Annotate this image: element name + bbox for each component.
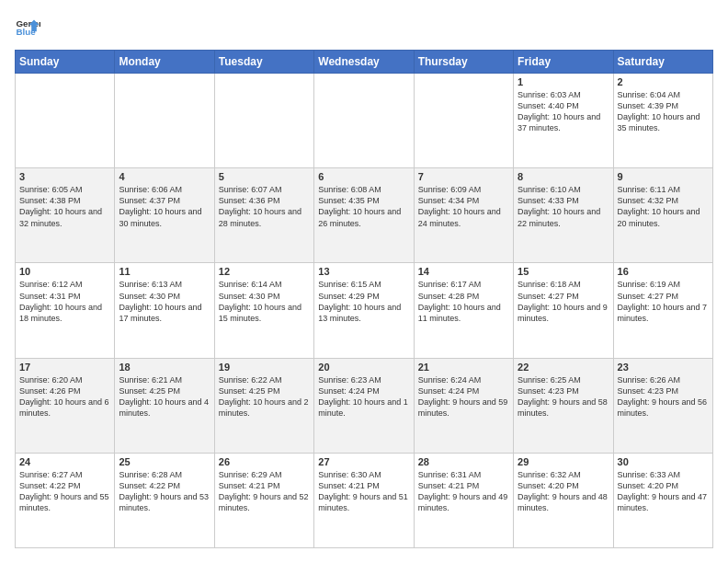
calendar-cell: 24 Sunrise: 6:27 AMSunset: 4:22 PMDaylig… [16,453,115,547]
calendar-cell: 27 Sunrise: 6:30 AMSunset: 4:21 PMDaylig… [314,453,414,547]
calendar-cell: 16 Sunrise: 6:19 AMSunset: 4:27 PMDaylig… [613,263,712,358]
day-info: Sunrise: 6:18 AMSunset: 4:27 PMDaylight:… [518,280,608,322]
calendar-cell: 2 Sunrise: 6:04 AMSunset: 4:39 PMDayligh… [613,74,712,168]
logo-icon: General Blue [15,15,40,40]
day-info: Sunrise: 6:20 AMSunset: 4:26 PMDaylight:… [19,375,109,418]
day-info: Sunrise: 6:07 AMSunset: 4:36 PMDaylight:… [219,185,301,227]
day-info: Sunrise: 6:19 AMSunset: 4:27 PMDaylight:… [618,280,708,322]
day-number: 14 [418,266,509,277]
day-info: Sunrise: 6:17 AMSunset: 4:28 PMDaylight:… [418,280,501,322]
calendar-cell [115,74,214,168]
day-info: Sunrise: 6:28 AMSunset: 4:22 PMDaylight:… [119,470,209,512]
day-info: Sunrise: 6:03 AMSunset: 4:40 PMDaylight:… [518,90,600,132]
calendar-week-row: 17 Sunrise: 6:20 AMSunset: 4:26 PMDaylig… [16,358,713,453]
day-number: 13 [318,266,409,277]
calendar-cell: 26 Sunrise: 6:29 AMSunset: 4:21 PMDaylig… [214,453,313,547]
calendar-day-header: Tuesday [214,51,313,74]
calendar-cell: 4 Sunrise: 6:06 AMSunset: 4:37 PMDayligh… [115,168,214,263]
calendar-week-row: 3 Sunrise: 6:05 AMSunset: 4:38 PMDayligh… [16,168,713,263]
calendar-cell: 1 Sunrise: 6:03 AMSunset: 4:40 PMDayligh… [514,74,613,168]
day-number: 21 [418,362,509,373]
calendar-cell [314,74,414,168]
day-number: 10 [19,266,110,277]
day-info: Sunrise: 6:08 AMSunset: 4:35 PMDaylight:… [318,185,401,227]
day-info: Sunrise: 6:30 AMSunset: 4:21 PMDaylight:… [318,470,408,512]
day-info: Sunrise: 6:11 AMSunset: 4:32 PMDaylight:… [618,185,700,227]
day-number: 5 [219,171,310,182]
day-number: 12 [219,266,310,277]
day-info: Sunrise: 6:32 AMSunset: 4:20 PMDaylight:… [518,470,608,512]
calendar-day-header: Wednesday [314,51,414,74]
calendar-cell: 3 Sunrise: 6:05 AMSunset: 4:38 PMDayligh… [16,168,115,263]
day-number: 8 [518,171,609,182]
day-number: 11 [119,266,210,277]
day-number: 29 [518,456,609,467]
day-info: Sunrise: 6:04 AMSunset: 4:39 PMDaylight:… [618,90,700,132]
calendar-cell [414,74,513,168]
day-number: 25 [119,456,210,467]
calendar-cell: 11 Sunrise: 6:13 AMSunset: 4:30 PMDaylig… [115,263,214,358]
day-info: Sunrise: 6:24 AMSunset: 4:24 PMDaylight:… [418,375,508,418]
calendar-cell: 21 Sunrise: 6:24 AMSunset: 4:24 PMDaylig… [414,358,513,453]
calendar-cell: 23 Sunrise: 6:26 AMSunset: 4:23 PMDaylig… [613,358,712,453]
day-info: Sunrise: 6:05 AMSunset: 4:38 PMDaylight:… [19,185,102,227]
calendar-cell: 17 Sunrise: 6:20 AMSunset: 4:26 PMDaylig… [16,358,115,453]
day-info: Sunrise: 6:14 AMSunset: 4:30 PMDaylight:… [219,280,301,322]
header: General Blue [15,15,713,40]
day-number: 16 [618,266,709,277]
calendar-cell: 8 Sunrise: 6:10 AMSunset: 4:33 PMDayligh… [514,168,613,263]
calendar-cell: 20 Sunrise: 6:23 AMSunset: 4:24 PMDaylig… [314,358,414,453]
day-number: 24 [19,456,110,467]
day-info: Sunrise: 6:22 AMSunset: 4:25 PMDaylight:… [219,375,309,418]
calendar-day-header: Monday [115,51,214,74]
calendar-cell: 9 Sunrise: 6:11 AMSunset: 4:32 PMDayligh… [613,168,712,263]
calendar-cell: 22 Sunrise: 6:25 AMSunset: 4:23 PMDaylig… [514,358,613,453]
day-number: 27 [318,456,409,467]
day-info: Sunrise: 6:09 AMSunset: 4:34 PMDaylight:… [418,185,501,227]
calendar-day-header: Saturday [613,51,712,74]
day-info: Sunrise: 6:21 AMSunset: 4:25 PMDaylight:… [119,375,209,418]
calendar-cell: 29 Sunrise: 6:32 AMSunset: 4:20 PMDaylig… [514,453,613,547]
day-number: 15 [518,266,609,277]
day-info: Sunrise: 6:10 AMSunset: 4:33 PMDaylight:… [518,185,600,227]
day-number: 28 [418,456,509,467]
calendar-cell: 28 Sunrise: 6:31 AMSunset: 4:21 PMDaylig… [414,453,513,547]
calendar-cell: 15 Sunrise: 6:18 AMSunset: 4:27 PMDaylig… [514,263,613,358]
calendar-cell: 5 Sunrise: 6:07 AMSunset: 4:36 PMDayligh… [214,168,313,263]
calendar-cell: 12 Sunrise: 6:14 AMSunset: 4:30 PMDaylig… [214,263,313,358]
day-number: 30 [618,456,709,467]
page: General Blue SundayMondayTuesdayWednesda… [0,0,728,563]
calendar-cell: 18 Sunrise: 6:21 AMSunset: 4:25 PMDaylig… [115,358,214,453]
day-info: Sunrise: 6:12 AMSunset: 4:31 PMDaylight:… [19,280,102,322]
calendar-cell: 19 Sunrise: 6:22 AMSunset: 4:25 PMDaylig… [214,358,313,453]
calendar-cell [214,74,313,168]
calendar-header-row: SundayMondayTuesdayWednesdayThursdayFrid… [16,51,713,74]
day-number: 18 [119,362,210,373]
calendar-cell: 30 Sunrise: 6:33 AMSunset: 4:20 PMDaylig… [613,453,712,547]
day-info: Sunrise: 6:27 AMSunset: 4:22 PMDaylight:… [19,470,109,512]
day-info: Sunrise: 6:25 AMSunset: 4:23 PMDaylight:… [518,375,608,418]
day-info: Sunrise: 6:15 AMSunset: 4:29 PMDaylight:… [318,280,401,322]
calendar-cell [16,74,115,168]
day-number: 17 [19,362,110,373]
day-number: 19 [219,362,310,373]
calendar-cell: 6 Sunrise: 6:08 AMSunset: 4:35 PMDayligh… [314,168,414,263]
day-info: Sunrise: 6:33 AMSunset: 4:20 PMDaylight:… [618,470,708,512]
calendar-cell: 7 Sunrise: 6:09 AMSunset: 4:34 PMDayligh… [414,168,513,263]
day-number: 23 [618,362,709,373]
day-number: 3 [19,171,110,182]
day-number: 26 [219,456,310,467]
day-number: 22 [518,362,609,373]
calendar-week-row: 1 Sunrise: 6:03 AMSunset: 4:40 PMDayligh… [16,74,713,168]
calendar-day-header: Sunday [16,51,115,74]
day-number: 9 [618,171,709,182]
day-info: Sunrise: 6:26 AMSunset: 4:23 PMDaylight:… [618,375,708,418]
calendar-day-header: Thursday [414,51,513,74]
day-number: 6 [318,171,409,182]
day-info: Sunrise: 6:06 AMSunset: 4:37 PMDaylight:… [119,185,201,227]
day-info: Sunrise: 6:23 AMSunset: 4:24 PMDaylight:… [318,375,408,418]
day-number: 7 [418,171,509,182]
calendar-week-row: 10 Sunrise: 6:12 AMSunset: 4:31 PMDaylig… [16,263,713,358]
calendar-week-row: 24 Sunrise: 6:27 AMSunset: 4:22 PMDaylig… [16,453,713,547]
day-info: Sunrise: 6:29 AMSunset: 4:21 PMDaylight:… [219,470,309,512]
